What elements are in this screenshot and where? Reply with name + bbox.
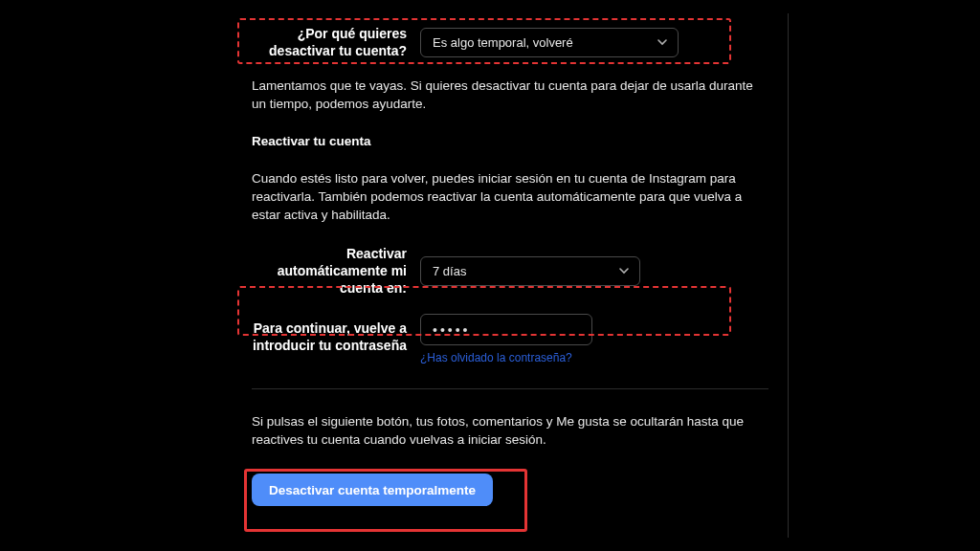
chevron-down-icon bbox=[618, 265, 630, 276]
divider-vertical bbox=[788, 13, 789, 538]
deactivate-button-label: Desactivar cuenta temporalmente bbox=[269, 483, 476, 497]
forgot-password-link[interactable]: ¿Has olvidado la contraseña? bbox=[420, 351, 572, 364]
auto-reactivate-value: 7 días bbox=[433, 264, 466, 278]
deactivate-button[interactable]: Desactivar cuenta temporalmente bbox=[252, 474, 493, 506]
password-masked-value: ••••• bbox=[433, 322, 471, 338]
reactivate-heading: Reactivar tu cuenta bbox=[252, 134, 768, 148]
intro-paragraph: Lamentamos que te vayas. Si quieres desa… bbox=[252, 77, 768, 113]
reason-label: ¿Por qué quieres desactivar tu cuenta? bbox=[252, 25, 420, 59]
password-input[interactable]: ••••• bbox=[420, 314, 592, 345]
reason-select-value: Es algo temporal, volveré bbox=[433, 35, 573, 50]
reactivate-paragraph: Cuando estés listo para volver, puedes i… bbox=[252, 169, 768, 224]
auto-reactivate-label: Reactivar automáticamente mi cuenta en: bbox=[252, 245, 420, 297]
reason-select[interactable]: Es algo temporal, volveré bbox=[420, 28, 679, 57]
password-label: Para continuar, vuelve a introducir tu c… bbox=[252, 314, 420, 354]
confirm-paragraph: Si pulsas el siguiente botón, tus fotos,… bbox=[252, 412, 768, 449]
auto-reactivate-select[interactable]: 7 días bbox=[420, 256, 640, 286]
chevron-down-icon bbox=[657, 36, 668, 48]
divider-horizontal bbox=[252, 388, 768, 389]
